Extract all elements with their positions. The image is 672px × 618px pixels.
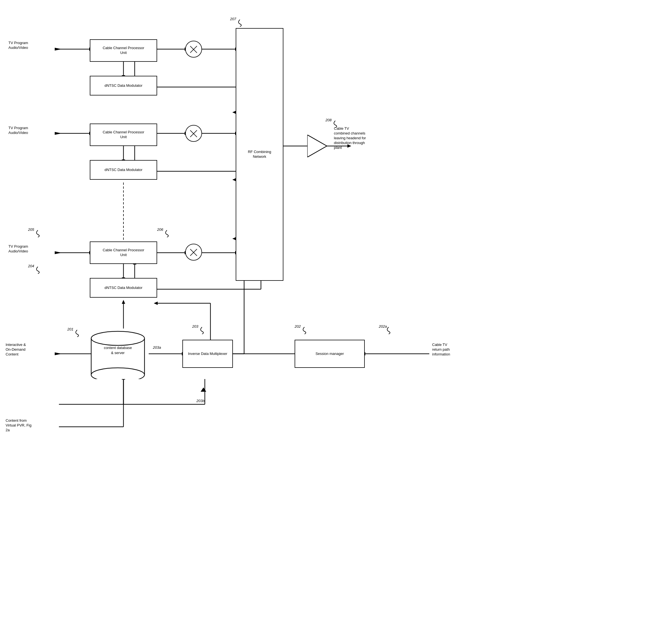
combiner-circle-1 — [185, 41, 202, 58]
svg-marker-75 — [200, 388, 206, 392]
squiggle-203 — [196, 326, 208, 334]
tv-program-label-3: TV ProgramAudio/Video — [8, 244, 28, 254]
squiggle-201 — [72, 328, 83, 337]
ccpu-box-1: Cable Channel ProcessorUnit — [90, 39, 157, 62]
arrow-tv3 — [55, 250, 63, 255]
svg-marker-78 — [55, 251, 62, 254]
svg-marker-76 — [55, 48, 62, 50]
arrow-interactive — [55, 351, 63, 356]
ref-203b: 203b — [196, 399, 205, 403]
content-db-container: content database& server — [90, 328, 146, 379]
content-pvr-label: Content fromVirtual PVR, Fig2a — [6, 418, 31, 433]
svg-point-73 — [91, 331, 144, 345]
arrow-tv1 — [55, 46, 63, 52]
tv-program-label-1: TV ProgramAudio/Video — [8, 41, 28, 50]
inverse-demux-box: Inverse Data Multiplexer — [182, 340, 233, 368]
interactive-content-label: Interactive &On-DemandContent — [6, 342, 26, 357]
dntsc-box-3: dNTSC Data Modulator — [90, 278, 157, 298]
squiggle-202a — [383, 326, 394, 334]
ccpu-box-3: Cable Channel ProcessorUnit — [90, 241, 157, 264]
squiggle-205 — [32, 229, 43, 237]
squiggle-207 — [234, 18, 246, 27]
diagram-container: 207 208 TV ProgramAudio/Video TV Program… — [0, 0, 672, 618]
svg-marker-77 — [55, 132, 62, 135]
ref-203a: 203a — [153, 345, 161, 349]
dntsc-box-1: dNTSC Data Modulator — [90, 76, 157, 95]
svg-marker-71 — [307, 135, 327, 157]
rf-combining-box: RF CombiningNetwork — [236, 28, 283, 281]
dntsc-box-2: dNTSC Data Modulator — [90, 160, 157, 180]
ccpu-box-2: Cable Channel ProcessorUnit — [90, 123, 157, 146]
content-db-label: content database& server — [90, 345, 146, 355]
arrow-203b — [200, 388, 206, 399]
amplifier-symbol — [307, 135, 330, 157]
svg-marker-79 — [55, 352, 62, 355]
svg-marker-64 — [122, 300, 125, 304]
combiner-circle-3 — [185, 244, 202, 261]
cable-tv-return-label: Cable TVreturn pathinformation — [432, 342, 450, 357]
svg-point-74 — [91, 368, 144, 379]
cable-tv-output-label: Cable TVcombined channelsleaving headend… — [334, 126, 366, 150]
arrow-tv2 — [55, 130, 63, 136]
session-manager-box: Session manager — [295, 340, 365, 368]
combiner-circle-2 — [185, 125, 202, 142]
squiggle-206 — [161, 229, 172, 237]
squiggle-202 — [299, 326, 310, 334]
svg-marker-53 — [154, 302, 158, 305]
tv-program-label-2: TV ProgramAudio/Video — [8, 126, 28, 135]
squiggle-204 — [32, 265, 43, 274]
